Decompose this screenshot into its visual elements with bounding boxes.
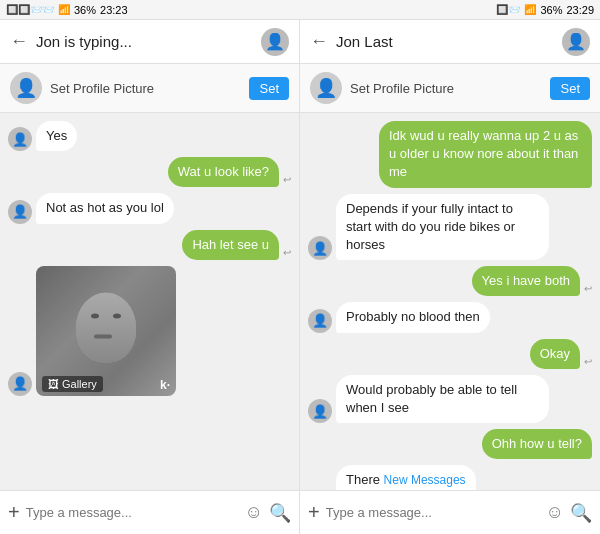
r-avatar-2: 👤 (308, 236, 332, 260)
left-chat-header: ← Jon is typing... 👤 (0, 20, 299, 64)
r-bubble-yes-both: Yes i have both (472, 266, 580, 296)
status-bar-right: 🔲📨 📶 36% 23:29 (300, 4, 600, 16)
r-bubble-idk: Idk wud u really wanna up 2 u as u older… (379, 121, 592, 188)
right-message-input[interactable] (326, 505, 540, 520)
status-bar-left: 🔲🔲📨📨 📶 36% 23:23 (0, 4, 300, 16)
right-messages-area: Idk wud u really wanna up 2 u as u older… (300, 113, 600, 490)
r-bubble-okay: Okay (530, 339, 580, 369)
gallery-label: 🖼 Gallery (42, 376, 103, 392)
left-input-bar: + ☺ 🔍 (0, 490, 299, 534)
right-profile-avatar-icon: 👤 (310, 72, 342, 104)
r-reply-5: ↩ (584, 356, 592, 367)
gallery-text: Gallery (62, 378, 97, 390)
bubble-not-hot: Not as hot as you lol (36, 193, 174, 223)
new-messages-badge: New Messages (384, 473, 466, 487)
right-profile-banner: 👤 Set Profile Picture Set (300, 64, 600, 113)
left-search-button[interactable]: 🔍 (269, 502, 291, 524)
reply-icon-2: ↩ (283, 174, 291, 185)
notification-icons: 🔲🔲📨📨 (6, 4, 54, 15)
left-messages-area: 👤 Yes ↩ Wat u look like? 👤 Not as hot as… (0, 113, 299, 490)
r-bubble-depends: Depends if your fully intact to start wi… (336, 194, 549, 261)
left-profile-text: Set Profile Picture (50, 81, 241, 96)
left-chat-panel: ← Jon is typing... 👤 👤 Set Profile Pictu… (0, 20, 300, 534)
battery-left: 36% (74, 4, 96, 16)
right-emoji-button[interactable]: ☺ (546, 502, 564, 523)
left-plus-button[interactable]: + (8, 501, 20, 524)
msg-row-image: 👤 (8, 266, 291, 396)
right-profile-text: Set Profile Picture (350, 81, 542, 96)
r-bubble-would: Would probably be able to tell when I se… (336, 375, 549, 423)
bubble-yes: Yes (36, 121, 77, 151)
r-msg-8: 👤 There New Messages covering the pole (308, 465, 592, 490)
r-msg-5: ↩ Okay (308, 339, 592, 369)
signal-right: 📶 (524, 4, 536, 15)
left-emoji-button[interactable]: ☺ (245, 502, 263, 523)
time-right: 23:29 (566, 4, 594, 16)
msg-row-2: ↩ Wat u look like? (8, 157, 291, 187)
right-set-button[interactable]: Set (550, 77, 590, 100)
left-avatar-icon: 👤 (265, 32, 285, 51)
right-search-button[interactable]: 🔍 (570, 502, 592, 524)
bubble-hah: Hah let see u (182, 230, 279, 260)
msg-row-1: 👤 Yes (8, 121, 291, 151)
status-bar: 🔲🔲📨📨 📶 36% 23:23 🔲📨 📶 36% 23:29 (0, 0, 600, 20)
r-msg-6: 👤 Would probably be able to tell when I … (308, 375, 592, 423)
left-set-button[interactable]: Set (249, 77, 289, 100)
left-profile-avatar-icon: 👤 (10, 72, 42, 104)
r-avatar-4: 👤 (308, 309, 332, 333)
r-msg-3: ↩ Yes i have both (308, 266, 592, 296)
left-header-avatar[interactable]: 👤 (261, 28, 289, 56)
msg-avatar-3: 👤 (8, 200, 32, 224)
reply-icon-4: ↩ (283, 247, 291, 258)
r-avatar-icon-2: 👤 (312, 241, 328, 256)
right-avatar-icon: 👤 (566, 32, 586, 51)
r-avatar-icon-4: 👤 (312, 313, 328, 328)
right-chat-header: ← Jon Last 👤 (300, 20, 600, 64)
r-bubble-blood: Probably no blood then (336, 302, 490, 332)
right-chat-title: Jon Last (336, 33, 554, 50)
right-plus-button[interactable]: + (308, 501, 320, 524)
msg-avatar-1: 👤 (8, 127, 32, 151)
battery-right: 36% (540, 4, 562, 16)
avatar-icon-img: 👤 (12, 376, 28, 391)
right-header-avatar[interactable]: 👤 (562, 28, 590, 56)
r-msg-4: 👤 Probably no blood then (308, 302, 592, 332)
r-msg-2: 👤 Depends if your fully intact to start … (308, 194, 592, 261)
main-content: ← Jon is typing... 👤 👤 Set Profile Pictu… (0, 20, 600, 534)
right-chat-panel: ← Jon Last 👤 👤 Set Profile Picture Set I… (300, 20, 600, 534)
avatar-icon-3: 👤 (12, 204, 28, 219)
app-label: k· (160, 378, 170, 392)
msg-icon-right: 🔲📨 (496, 4, 520, 15)
r-msg-1: Idk wud u really wanna up 2 u as u older… (308, 121, 592, 188)
bubble-look: Wat u look like? (168, 157, 279, 187)
r-avatar-icon-6: 👤 (312, 404, 328, 419)
msg-row-3: 👤 Not as hot as you lol (8, 193, 291, 223)
left-profile-banner: 👤 Set Profile Picture Set (0, 64, 299, 113)
avatar-icon-1: 👤 (12, 132, 28, 147)
r-reply-3: ↩ (584, 283, 592, 294)
left-message-input[interactable] (26, 505, 239, 520)
r-bubble-ohh: Ohh how u tell? (482, 429, 592, 459)
left-profile-person-icon: 👤 (15, 77, 37, 99)
msg-row-4: ↩ Hah let see u (8, 230, 291, 260)
left-back-button[interactable]: ← (10, 31, 28, 52)
right-input-bar: + ☺ 🔍 (300, 490, 600, 534)
msg-avatar-img: 👤 (8, 372, 32, 396)
image-placeholder: 🖼 Gallery k· (36, 266, 176, 396)
right-back-button[interactable]: ← (310, 31, 328, 52)
signal-left: 📶 (58, 4, 70, 15)
r-bubble-there: There New Messages covering the pole (336, 465, 476, 490)
r-msg-7: Ohh how u tell? (308, 429, 592, 459)
gallery-icon: 🖼 (48, 378, 59, 390)
right-profile-person-icon: 👤 (315, 77, 337, 99)
r-avatar-6: 👤 (308, 399, 332, 423)
left-chat-title: Jon is typing... (36, 33, 253, 50)
image-bubble[interactable]: 🖼 Gallery k· (36, 266, 176, 396)
time-left: 23:23 (100, 4, 128, 16)
